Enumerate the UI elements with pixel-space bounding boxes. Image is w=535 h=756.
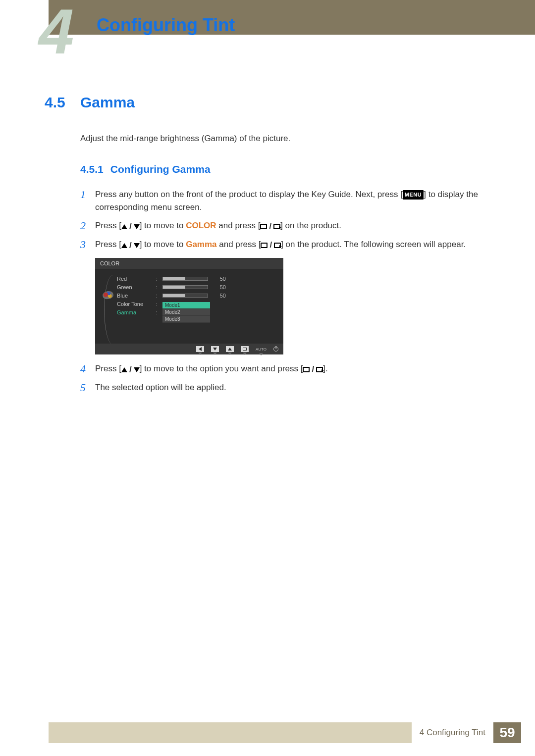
header-band xyxy=(0,0,535,35)
step-5: 5 The selected option will be applied. xyxy=(80,381,490,394)
subsection-title: Configuring Gamma xyxy=(110,163,211,175)
enter-icon xyxy=(274,243,281,248)
step-number: 2 xyxy=(80,219,95,233)
menu-button-icon: MENU xyxy=(403,190,424,200)
down-arrow-icon xyxy=(134,243,140,248)
section-intro: Adjust the mid-range brightness (Gamma) … xyxy=(80,134,490,144)
up-arrow-icon xyxy=(121,224,127,229)
keyword-color: COLOR xyxy=(186,221,216,230)
osd-title: COLOR xyxy=(95,258,283,269)
footer-page-number: 59 xyxy=(493,722,521,743)
chapter-number-bg: 4 xyxy=(39,0,70,68)
power-icon xyxy=(273,347,278,352)
step-number: 1 xyxy=(80,188,95,214)
osd-auto-label: AUTO xyxy=(256,347,267,352)
footer-chapter-label: 4 Configuring Tint xyxy=(412,722,493,743)
down-arrow-icon xyxy=(134,367,140,372)
dropdown-option: Mode3 xyxy=(162,316,210,323)
section-number: 4.5 xyxy=(45,94,80,111)
osd-row-blue: Blue : 50 xyxy=(117,291,277,300)
dropdown-option: Mode2 xyxy=(162,309,210,316)
osd-nav-down-icon xyxy=(211,346,219,352)
source-icon xyxy=(260,224,267,229)
section-title: Gamma xyxy=(80,94,135,111)
osd-footer: AUTO xyxy=(95,344,283,354)
step-4: 4 Press [/] to move to the option you wa… xyxy=(80,362,490,376)
up-arrow-icon xyxy=(121,243,127,248)
osd-enter-icon xyxy=(241,346,249,352)
step-number: 5 xyxy=(80,381,95,394)
down-arrow-icon xyxy=(134,224,140,229)
step-number: 4 xyxy=(80,362,95,376)
osd-row-green: Green : 50 xyxy=(117,283,277,291)
subsection-heading: 4.5.1Configuring Gamma xyxy=(80,163,490,175)
subsection-number: 4.5.1 xyxy=(80,163,104,175)
page-title: Configuring Tint xyxy=(97,15,235,36)
gamma-dropdown: Mode1 Mode2 Mode3 xyxy=(162,302,210,323)
osd-screenshot: COLOR Red : 50 Green : xyxy=(95,258,283,354)
source-icon xyxy=(261,243,268,248)
step-1: 1 Press any button on the front of the p… xyxy=(80,188,490,214)
enter-icon xyxy=(316,367,323,372)
keyword-gamma: Gamma xyxy=(186,240,216,249)
step-number: 3 xyxy=(80,238,95,252)
slider-bar xyxy=(162,277,208,281)
osd-row-gamma: Gamma : Mode1 Mode2 Mode3 xyxy=(117,308,277,316)
slider-bar xyxy=(162,285,208,289)
up-arrow-icon xyxy=(121,367,127,372)
page-footer: 4 Configuring Tint 59 xyxy=(49,722,521,743)
osd-row-red: Red : 50 xyxy=(117,274,277,283)
enter-icon xyxy=(273,224,280,229)
step-3: 3 Press [/] to move to Gamma and press [… xyxy=(80,238,490,252)
osd-nav-left-icon xyxy=(196,346,204,352)
dropdown-option-selected: Mode1 xyxy=(162,302,210,309)
slider-bar xyxy=(162,294,208,298)
section-heading: 4.5 Gamma xyxy=(45,94,490,111)
source-icon xyxy=(303,367,310,372)
step-2: 2 Press [/] to move to COLOR and press [… xyxy=(80,219,490,233)
osd-nav-up-icon xyxy=(226,346,234,352)
